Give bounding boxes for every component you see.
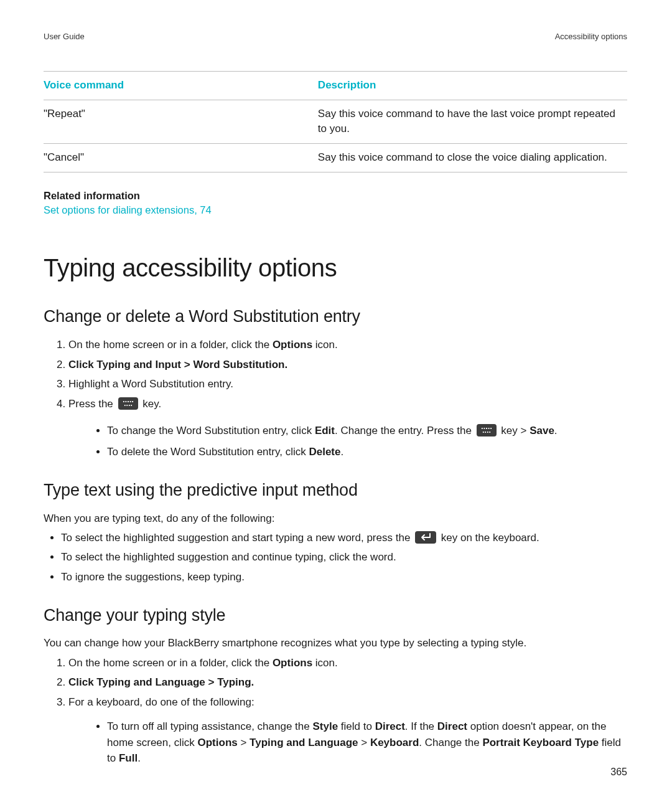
menu-key-icon [118,397,138,410]
cell-desc: Say this voice command to close the voic… [318,143,627,172]
table-row: "Repeat" Say this voice command to have … [44,100,627,143]
sub-bullet: To delete the Word Substitution entry, c… [107,444,627,460]
sub-bullet: To turn off all typing assistance, chang… [107,719,627,767]
heading-1: Typing accessibility options [44,250,627,286]
steps-list: On the home screen or in a folder, click… [44,337,627,460]
step-item: Click Typing and Language > Typing. [68,674,627,691]
step-item: Highlight a Word Substitution entry. [68,376,627,392]
step-item: On the home screen or in a folder, click… [68,337,627,353]
heading-2-typing-style: Change your typing style [44,603,627,627]
voice-command-table: Voice command Description "Repeat" Say t… [44,71,627,172]
intro-text: When you are typing text, do any of the … [44,511,627,526]
related-link[interactable]: Set options for dialing extensions, 74 [44,204,212,215]
cell-cmd: "Repeat" [44,100,318,143]
page: User Guide Accessibility options Voice c… [0,0,672,807]
header-left: User Guide [44,31,85,42]
step-item: On the home screen or in a folder, click… [68,655,627,671]
heading-2-word-sub: Change or delete a Word Substitution ent… [44,304,627,328]
th-voice-command: Voice command [44,72,318,100]
sub-bullets: To change the Word Substitution entry, c… [68,423,627,460]
intro-text: You can change how your BlackBerry smart… [44,636,627,651]
step-item: For a keyboard, do one of the following:… [68,694,627,767]
enter-key-icon [415,531,436,544]
bullet-item: To ignore the suggestions, keep typing. [61,569,627,585]
step-item: Press the key. To change the Word Substi… [68,396,627,460]
th-description: Description [318,72,627,100]
running-header: User Guide Accessibility options [44,31,627,42]
steps-list: On the home screen or in a folder, click… [44,655,627,767]
heading-2-predictive: Type text using the predictive input met… [44,478,627,502]
bullet-item: To select the highlighted suggestion and… [61,549,627,565]
sub-bullet: To change the Word Substitution entry, c… [107,423,627,439]
sub-bullets: To turn off all typing assistance, chang… [68,719,627,767]
page-number: 365 [610,765,627,780]
step-item: Click Typing and Input > Word Substituti… [68,357,627,373]
related-info: Related information Set options for dial… [44,189,627,219]
header-right: Accessibility options [555,31,627,42]
table-row: "Cancel" Say this voice command to close… [44,143,627,172]
related-title: Related information [44,189,627,203]
bullet-item: To select the highlighted suggestion and… [61,530,627,546]
menu-key-icon [477,424,497,437]
bullet-list: To select the highlighted suggestion and… [44,530,627,585]
cell-desc: Say this voice command to have the last … [318,100,627,143]
cell-cmd: "Cancel" [44,143,318,172]
